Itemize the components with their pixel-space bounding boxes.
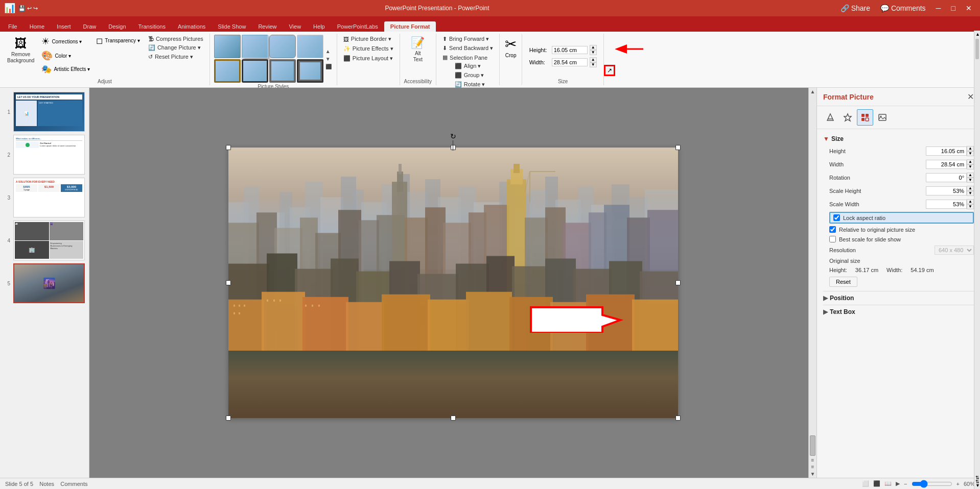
tab-review[interactable]: Review (252, 21, 283, 32)
maximize-button[interactable]: □ (947, 3, 960, 13)
panel-rotation-input[interactable] (926, 173, 967, 182)
align-button[interactable]: ⬛ Align ▾ (453, 62, 483, 70)
tab-picture-format[interactable]: Picture Format (384, 21, 436, 32)
compress-pictures-button[interactable]: 🗜 Compress Pictures (146, 35, 205, 43)
zoom-slider[interactable] (912, 480, 952, 488)
share-button[interactable]: 🔗 Share (836, 3, 874, 13)
style-reflected[interactable] (297, 35, 323, 58)
gallery-scroll-up[interactable]: ▲ (324, 47, 333, 55)
slide-thumb-3[interactable]: 3 A SOLUTION FOR EVERY NEED $8951 page $… (4, 178, 85, 217)
panel-height-down[interactable]: ▼ (967, 151, 974, 156)
bring-forward-button[interactable]: ⬆ Bring Forward ▾ (440, 35, 491, 43)
panel-icon-fill[interactable] (822, 109, 838, 126)
panel-width-input[interactable] (926, 160, 967, 169)
tab-help[interactable]: Help (307, 21, 331, 32)
change-picture-button[interactable]: 🔄 Change Picture ▾ (146, 43, 205, 52)
slide-img-3[interactable]: A SOLUTION FOR EVERY NEED $8951 page $1,… (13, 178, 85, 217)
tab-insert[interactable]: Insert (51, 21, 77, 32)
comments-button[interactable]: 💬 Comments (876, 3, 930, 13)
slide-thumb-2[interactable]: 2 What makes us different... Get Started… (4, 135, 85, 175)
slide-thumb-1[interactable]: 1 LET US DO YOUR PRESENTATION 📊 GET STAR… (4, 92, 85, 132)
alt-text-button[interactable]: 📝 AltText (407, 35, 429, 64)
comments-btn[interactable]: Comments (60, 481, 87, 487)
style-selected[interactable] (297, 59, 323, 83)
lock-aspect-checkbox[interactable] (833, 214, 840, 221)
text-box-section[interactable]: ▶ Text Box (823, 305, 974, 319)
group-button[interactable]: ⬛ Group ▾ (453, 71, 486, 80)
style-frame2[interactable] (242, 59, 268, 83)
notes-btn[interactable]: Notes (39, 481, 54, 487)
slide-img-2[interactable]: What makes us different... Get StartedLo… (13, 135, 85, 175)
format-panel-close[interactable]: ✕ (967, 92, 974, 102)
scroll-up-btn[interactable]: ▲ (809, 88, 816, 95)
scroll-down-btn[interactable]: ▼ (809, 470, 816, 478)
slide-thumb-4[interactable]: 4 🏙 🌆 🏢 EmpoweringBusinesses in Emerging… (4, 221, 85, 260)
panel-width-down[interactable]: ▼ (967, 164, 974, 169)
handle-bl[interactable] (226, 415, 231, 421)
handle-tr[interactable] (675, 145, 681, 150)
panel-height-up[interactable]: ▲ (967, 146, 974, 151)
handle-tl[interactable] (226, 145, 231, 150)
gallery-expand[interactable]: ⬛ (324, 63, 333, 70)
tab-transitions[interactable]: Transitions (132, 21, 172, 32)
size-section-header[interactable]: ▼ Size (823, 133, 974, 144)
canvas-vscroll[interactable]: ▲ ≡ ≡ ▼ (808, 88, 816, 478)
slide-img-1[interactable]: LET US DO YOUR PRESENTATION 📊 GET STARTE… (13, 92, 85, 132)
rotation-handle[interactable]: ↻ (450, 132, 456, 140)
height-up[interactable]: ▲ (590, 45, 597, 50)
corrections-button[interactable]: ☀ Corrections ▾ (39, 35, 92, 48)
scroll-thumb[interactable] (810, 435, 815, 456)
panel-icon-layout[interactable] (857, 109, 873, 126)
tab-design[interactable]: Design (102, 21, 132, 32)
close-button[interactable]: ✕ (962, 3, 976, 13)
position-section[interactable]: ▶ Position (823, 291, 974, 305)
panel-scale-width-up[interactable]: ▲ (967, 199, 974, 204)
panel-rotation-up[interactable]: ▲ (967, 173, 974, 178)
size-reset-button[interactable]: Reset (829, 277, 857, 287)
send-backward-button[interactable]: ⬇ Send Backward ▾ (440, 44, 495, 53)
tab-animations[interactable]: Animations (172, 21, 212, 32)
artistic-effects-button[interactable]: 🎭 Artistic Effects ▾ (39, 63, 92, 75)
remove-background-button[interactable]: 🖼 RemoveBackground (4, 35, 37, 65)
height-input[interactable] (552, 46, 588, 54)
handle-mr[interactable] (675, 280, 681, 285)
view-normal[interactable]: ⬜ (862, 480, 869, 487)
panel-width-up[interactable]: ▲ (967, 159, 974, 164)
panel-scale-height-up[interactable]: ▲ (967, 186, 974, 191)
tab-file[interactable]: File (2, 21, 24, 32)
style-rounded[interactable] (269, 35, 296, 58)
style-shadow[interactable] (242, 35, 268, 58)
transparency-button[interactable]: ◻ Transparency ▾ (94, 35, 142, 46)
crop-button[interactable]: ✂ Crop (500, 34, 522, 85)
view-slideshow[interactable]: ▶ (896, 480, 900, 487)
view-reading[interactable]: 📖 (884, 480, 892, 487)
style-frame3[interactable] (269, 59, 296, 83)
panel-scale-width-down[interactable]: ▼ (967, 204, 974, 209)
picture-layout-button[interactable]: ⬛ Picture Layout ▾ (341, 54, 395, 63)
size-dialog-launcher[interactable]: ↗ (604, 65, 615, 76)
scroll-mid1[interactable]: ≡ (809, 457, 816, 463)
scroll-mid2[interactable]: ≡ (809, 463, 816, 470)
zoom-out[interactable]: − (904, 481, 907, 487)
style-frame1[interactable] (214, 59, 241, 83)
panel-rotation-down[interactable]: ▼ (967, 178, 974, 183)
handle-ml[interactable] (226, 280, 231, 285)
zoom-in[interactable]: + (956, 481, 960, 487)
view-slide-sorter[interactable]: ⬛ (873, 480, 880, 487)
best-scale-checkbox[interactable] (829, 236, 836, 242)
relative-original-checkbox[interactable] (829, 226, 836, 233)
reset-picture-button[interactable]: ↺ Reset Picture ▾ (146, 53, 205, 61)
resolution-select[interactable]: 640 x 480 (935, 246, 974, 255)
minimize-button[interactable]: ─ (932, 3, 945, 13)
height-down[interactable]: ▼ (590, 50, 597, 55)
panel-scale-width-input[interactable] (926, 200, 967, 209)
slide-img-4[interactable]: 🏙 🌆 🏢 EmpoweringBusinesses in EmergingMa… (13, 221, 85, 260)
handle-br[interactable] (675, 415, 681, 421)
color-button[interactable]: 🎨 Color ▾ (39, 49, 92, 62)
panel-icon-picture[interactable] (874, 109, 891, 126)
picture-border-button[interactable]: 🖼 Picture Border ▾ (341, 35, 393, 43)
tab-view[interactable]: View (283, 21, 307, 32)
panel-scale-height-down[interactable]: ▼ (967, 191, 974, 196)
panel-scale-height-input[interactable] (926, 186, 967, 195)
width-up[interactable]: ▲ (590, 57, 597, 62)
